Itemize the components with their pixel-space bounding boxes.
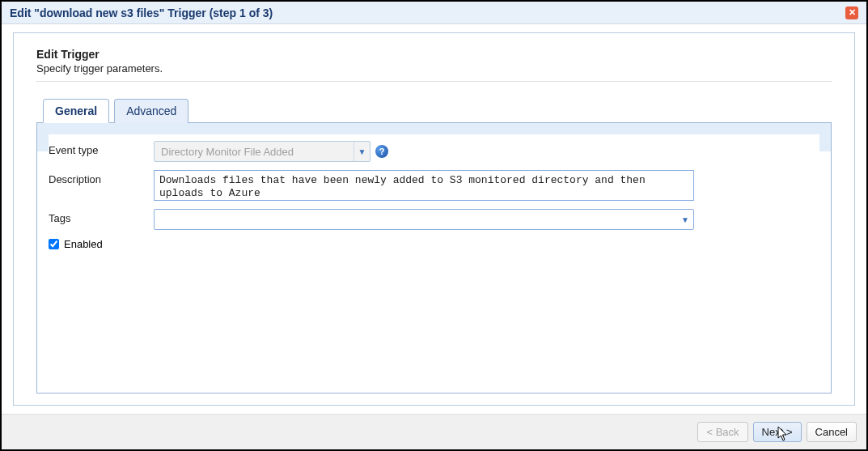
divider xyxy=(36,81,832,82)
back-button: < Back xyxy=(697,422,747,442)
title-bar: Edit "download new s3 files" Trigger (st… xyxy=(2,2,866,24)
wizard-panel: Edit Trigger Specify trigger parameters.… xyxy=(13,32,855,406)
tab-body: Event type Directory Monitor File Added … xyxy=(36,122,832,394)
description-input[interactable] xyxy=(154,170,694,201)
enabled-label: Enabled xyxy=(64,238,103,250)
chevron-down-icon[interactable]: ▼ xyxy=(677,210,693,229)
enabled-checkbox[interactable] xyxy=(49,239,59,249)
tags-value xyxy=(155,210,677,229)
tags-label: Tags xyxy=(49,209,154,224)
tab-advanced[interactable]: Advanced xyxy=(114,99,188,123)
event-type-label: Event type xyxy=(49,141,154,156)
help-icon[interactable]: ? xyxy=(375,145,388,158)
cancel-button[interactable]: Cancel xyxy=(807,422,857,442)
content-area: Edit Trigger Specify trigger parameters.… xyxy=(2,24,866,414)
description-label: Description xyxy=(49,170,154,185)
next-button-label: Next > xyxy=(762,426,793,438)
chevron-down-icon[interactable]: ▼ xyxy=(354,142,370,161)
footer-bar: < Back Next > Cancel xyxy=(2,414,866,449)
event-type-select[interactable]: Directory Monitor File Added ▼ xyxy=(154,141,370,162)
tab-strip: General Advanced xyxy=(43,98,832,122)
window-title: Edit "download new s3 files" Trigger (st… xyxy=(10,6,273,19)
page-subtitle: Specify trigger parameters. xyxy=(36,62,832,74)
tags-select[interactable]: ▼ xyxy=(154,209,694,230)
next-button[interactable]: Next > xyxy=(753,422,802,442)
tab-general[interactable]: General xyxy=(43,99,109,123)
event-type-value: Directory Monitor File Added xyxy=(155,146,354,158)
page-title: Edit Trigger xyxy=(36,48,832,61)
close-icon[interactable]: ✕ xyxy=(845,6,858,19)
